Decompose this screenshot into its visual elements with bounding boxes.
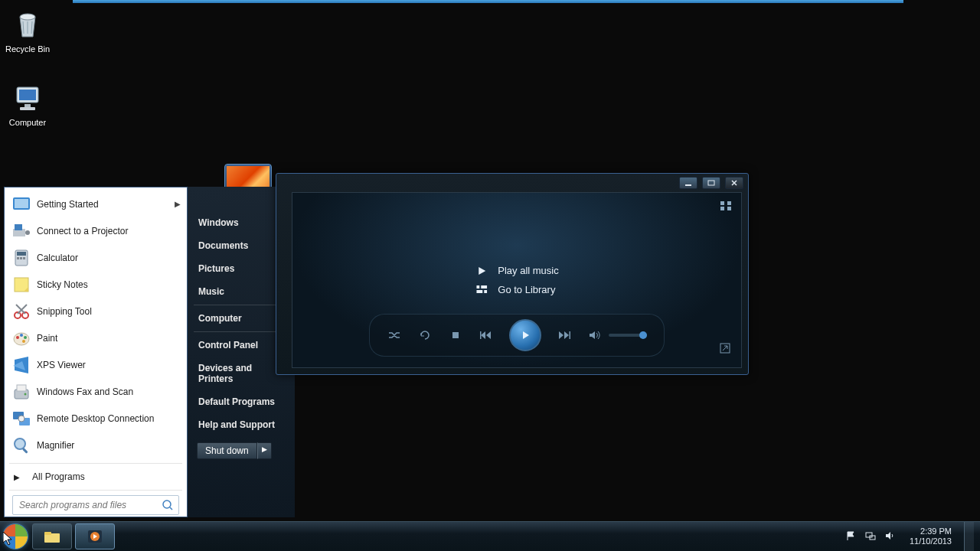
svg-rect-33 [708,181,714,185]
sm-item-stickynotes[interactable]: Sticky Notes [5,271,187,298]
svg-rect-44 [570,331,571,339]
maximize-button[interactable] [702,177,720,189]
svg-rect-39 [481,285,487,289]
system-tray: 2:39 PM 11/10/2013 [845,522,980,551]
sm-item-label: Windows Fax and Scan [37,386,133,397]
svg-point-25 [24,393,27,395]
show-desktop-button[interactable] [964,522,974,551]
go-to-library-button[interactable]: Go to Library [475,284,558,295]
sm-item-label: Calculator [37,253,78,263]
svg-rect-40 [476,290,482,293]
shutdown-options-button[interactable]: ▶ [257,442,272,459]
clock[interactable]: 2:39 PM 11/10/2013 [905,527,956,546]
submenu-arrow-icon: ▶ [175,200,181,208]
tray-volume-icon[interactable] [885,530,897,543]
playback-controls [369,314,665,357]
svg-rect-35 [727,201,731,205]
volume-slider[interactable] [609,334,647,337]
sm-item-getting-started[interactable]: Getting Started ▶ [5,191,187,217]
recycle-bin-shortcut[interactable]: Recycle Bin [0,8,55,54]
calculator-icon [11,247,32,269]
paint-icon [11,328,32,349]
tray-flag-icon[interactable] [845,530,858,543]
repeat-button[interactable] [417,328,433,343]
svg-rect-6 [15,199,28,208]
svg-point-28 [18,416,24,422]
media-player-window[interactable]: Play all music Go to Library [276,173,749,375]
computer-label: Computer [0,118,55,127]
window-controls [679,177,743,189]
projector-icon [11,220,32,242]
clock-date: 11/10/2013 [910,536,952,546]
svg-rect-8 [15,224,22,230]
switch-view-icon[interactable] [720,343,730,354]
svg-point-22 [22,340,25,343]
svg-point-0 [20,14,35,20]
taskbar-explorer-button[interactable] [32,523,72,549]
search-input[interactable] [18,499,151,511]
taskbar: 2:39 PM 11/10/2013 [0,521,980,551]
go-library-label: Go to Library [498,284,555,295]
help-support-link[interactable]: Help and Support [188,413,295,436]
start-button[interactable] [0,522,31,551]
snipping-tool-icon [11,301,32,322]
svg-rect-42 [452,332,459,338]
volume-button[interactable] [587,328,603,343]
stop-button[interactable] [448,328,463,343]
sm-item-label: XPS Viewer [37,360,86,370]
start-menu: Getting Started ▶ Connect to a Projector… [4,187,295,517]
svg-rect-14 [23,257,25,259]
separator [194,305,289,305]
shutdown-button[interactable]: Shut down [197,442,257,459]
svg-rect-41 [484,290,487,293]
sm-item-label: Remote Desktop Connection [37,413,154,424]
clock-time: 2:39 PM [910,527,952,536]
svg-rect-36 [720,207,724,210]
windows-orb-icon [2,523,28,549]
svg-point-21 [24,336,27,339]
sm-item-label: Sticky Notes [37,279,88,290]
shuffle-button[interactable] [387,328,402,343]
svg-point-9 [25,230,30,235]
sm-item-label: Getting Started [37,199,99,210]
sm-item-magnifier[interactable]: Magnifier [5,432,187,458]
previous-button[interactable] [479,328,494,343]
svg-rect-30 [22,448,28,454]
svg-rect-4 [20,107,35,110]
library-icon [475,285,488,295]
play-all-music-button[interactable]: Play all music [475,265,558,276]
close-button[interactable] [725,177,743,189]
computer-shortcut[interactable]: Computer [0,81,55,127]
all-programs-button[interactable]: ▶ All Programs [5,465,187,488]
separator [194,331,289,332]
svg-rect-11 [17,252,26,256]
media-player-body: Play all music Go to Library [292,192,742,368]
sm-item-projector[interactable]: Connect to a Projector [5,217,187,244]
sm-item-calculator[interactable]: Calculator [5,244,187,271]
remote-desktop-icon [11,408,32,429]
all-programs-label: All Programs [32,471,85,482]
shutdown-button-group: Shut down ▶ [197,442,286,459]
fullscreen-icon[interactable] [720,201,732,211]
taskbar-media-player-button[interactable] [75,523,115,549]
sm-item-xps[interactable]: XPS Viewer [5,351,187,378]
xps-viewer-icon [11,354,32,376]
next-button[interactable] [557,328,572,343]
sm-item-rdp[interactable]: Remote Desktop Connection [5,405,187,432]
svg-rect-34 [720,201,724,205]
minimize-button[interactable] [679,177,697,189]
sm-item-fax[interactable]: Windows Fax and Scan [5,378,187,405]
tray-network-icon[interactable] [865,530,877,543]
sm-item-paint[interactable]: Paint [5,324,187,351]
play-button[interactable] [509,319,541,351]
sm-item-label: Magnifier [37,440,74,451]
recycle-bin-icon [11,8,44,41]
recycle-bin-label: Recycle Bin [0,44,55,54]
desktop[interactable]: Recycle Bin Computer Getting Started ▶ C… [0,0,980,551]
start-search-box[interactable] [12,495,179,515]
separator [9,490,182,491]
default-programs-link[interactable]: Default Programs [188,390,295,413]
sm-item-snipping[interactable]: Snipping Tool [5,298,187,324]
play-all-label: Play all music [498,265,558,276]
top-highlight-bar [73,0,903,3]
